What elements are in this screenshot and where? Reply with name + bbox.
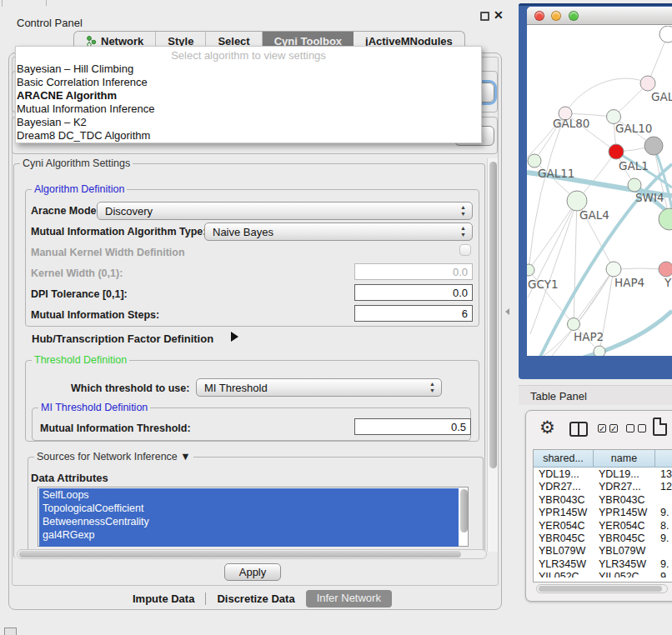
- node-label: GAL11: [538, 167, 574, 180]
- cell: 8.: [660, 520, 669, 532]
- table-panel-title: Table Panel: [530, 390, 587, 402]
- table-row[interactable]: YLR345W YLR345W 9.: [534, 558, 672, 571]
- mi-threshold-field[interactable]: 0.5: [354, 418, 471, 435]
- node-gray[interactable]: [644, 137, 663, 155]
- aracne-mode-combo[interactable]: Discovery ▲▼: [97, 202, 473, 220]
- cell: YBR043C: [599, 494, 645, 507]
- menu-item-bayesian-hill-climbing[interactable]: Bayesian – Hill Climbing: [17, 62, 475, 76]
- menu-item-mutual-information[interactable]: Mutual Information Inference: [17, 102, 475, 116]
- zoom-window-icon[interactable]: [569, 11, 579, 21]
- cell: YBR045C: [539, 532, 585, 545]
- mi-steps-field[interactable]: 6: [354, 305, 473, 322]
- manual-kernel-label: Manual Kernel Width Definition: [31, 247, 185, 258]
- settings-horizontal-scrollbar[interactable]: [17, 549, 487, 559]
- column-header-name[interactable]: name: [594, 450, 655, 468]
- mi-steps-label: Mutual Information Steps:: [31, 309, 159, 321]
- list-scrollbar[interactable]: [460, 489, 468, 532]
- manual-kernel-checkbox[interactable]: [459, 244, 471, 256]
- gear-icon[interactable]: ⚙: [539, 418, 555, 438]
- node-label: GCY1: [528, 278, 559, 291]
- node-label: GAL80: [553, 117, 589, 130]
- hub-expand-icon[interactable]: [231, 332, 238, 342]
- close-window-icon[interactable]: [534, 11, 544, 21]
- list-item[interactable]: SelfLoops: [39, 488, 459, 502]
- tab-discretize-data[interactable]: Discretize Data: [206, 591, 305, 608]
- frame-top-edge: [519, 3, 672, 6]
- menu-item-basic-correlation[interactable]: Basic Correlation Inference: [17, 76, 475, 89]
- network-canvas[interactable]: GAL GAL80 GAL10 GAL1 GAL11 SWI4 GAL4 GCY…: [527, 26, 672, 356]
- dropdown-hint: Select algorithm to view settings: [16, 49, 481, 62]
- table-row[interactable]: YPR145W YPR145W 9.: [534, 507, 672, 519]
- node-gal11[interactable]: [528, 154, 541, 168]
- table-row[interactable]: YDR27... YDR27... 12: [534, 481, 672, 493]
- settings-hscroll-thumb[interactable]: [19, 551, 461, 558]
- table-horizontal-scrollbar[interactable]: [536, 584, 668, 593]
- table-row[interactable]: YBR043C YBR043C: [534, 494, 672, 507]
- kernel-width-field[interactable]: 0.0: [354, 263, 473, 280]
- checked-checkbox-icon[interactable]: ✓: [609, 424, 618, 432]
- sources-title-text: Sources for Network Inference: [37, 451, 178, 462]
- list-item[interactable]: TopologicalCoefficient: [39, 502, 459, 515]
- splitter-collapse-icon[interactable]: [505, 308, 509, 315]
- node-green-bottom[interactable]: [594, 346, 605, 356]
- screen: Control Panel ✕ Network Style Select Cyn…: [0, 0, 672, 635]
- node-table: shared... name A YDL19... YDL19... 13 YD…: [533, 449, 672, 582]
- cell: YDL19...: [539, 468, 579, 481]
- table-panel-titlebar: Table Panel: [519, 385, 672, 405]
- node-green-right[interactable]: [659, 208, 672, 230]
- node-salmon[interactable]: [659, 262, 672, 277]
- table-row[interactable]: YBR045C YBR045C 9.: [534, 532, 672, 545]
- control-panel-title: Control Panel: [17, 17, 83, 29]
- table-row[interactable]: YIL052C YIL052C 9: [534, 571, 672, 578]
- node-label: Y: [664, 276, 672, 289]
- which-threshold-combo[interactable]: MI Threshold ▲▼: [196, 378, 442, 397]
- float-panel-icon[interactable]: [480, 12, 489, 21]
- hub-definition-label: Hub/Transcription Factor Definition: [32, 332, 213, 345]
- node-gcy1[interactable]: [527, 264, 534, 276]
- settings-vertical-scrollbar[interactable]: [487, 158, 498, 552]
- cell: 9.: [660, 558, 669, 571]
- network-window-titlebar[interactable]: [527, 7, 672, 25]
- menu-item-bayesian-k2[interactable]: Bayesian – K2: [17, 116, 475, 129]
- list-item[interactable]: gal4RGexp: [39, 528, 459, 542]
- network-window: GAL GAL80 GAL10 GAL1 GAL11 SWI4 GAL4 GCY…: [527, 7, 672, 356]
- unchecked-checkbox-icon[interactable]: [626, 424, 634, 432]
- node-unlabeled[interactable]: [659, 26, 672, 42]
- collapse-triangle-icon[interactable]: ▼: [180, 451, 190, 462]
- checked-checkbox-icon[interactable]: ✓: [598, 424, 606, 432]
- data-attributes-list[interactable]: SelfLoops TopologicalCoefficient Between…: [38, 487, 469, 547]
- menu-item-dream8[interactable]: Dream8 DC_TDC Algorithm: [17, 129, 475, 142]
- column-header-cut[interactable]: A: [655, 450, 672, 468]
- node-hap2[interactable]: [568, 318, 580, 331]
- menu-item-aracne[interactable]: ARACNE Algorithm: [17, 89, 475, 102]
- node-gal-cut[interactable]: [640, 76, 655, 91]
- close-panel-icon[interactable]: ✕: [494, 8, 504, 22]
- cell: YBL079W: [599, 545, 645, 558]
- list-item[interactable]: BetweennessCentrality: [39, 515, 459, 528]
- node-gal1-red[interactable]: [609, 144, 624, 159]
- table-hscroll-thumb[interactable]: [539, 586, 662, 592]
- mi-threshold-group-title: MI Threshold Definition: [38, 402, 150, 413]
- apply-button[interactable]: Apply: [224, 563, 281, 581]
- unchecked-checkbox-icon[interactable]: [638, 424, 646, 432]
- dpi-tolerance-field[interactable]: 0.0: [354, 284, 473, 301]
- columns-icon[interactable]: [569, 422, 588, 437]
- combo-spinner-icon: ▲▼: [460, 204, 466, 218]
- column-header-shared[interactable]: shared...: [534, 450, 594, 468]
- mi-type-combo[interactable]: Naive Bayes ▲▼: [204, 222, 473, 241]
- file-icon[interactable]: [653, 418, 667, 436]
- tab-impute-data[interactable]: Impute Data: [122, 591, 205, 608]
- table-row[interactable]: YER054C YER054C 8.: [534, 520, 672, 532]
- bottom-tabbar: Impute Data Discretize Data Infer Networ…: [122, 590, 392, 608]
- table-row[interactable]: YBL079W YBL079W: [534, 545, 672, 558]
- cell: 9.: [660, 532, 669, 545]
- minimize-window-icon[interactable]: [551, 11, 561, 21]
- collapsed-panel-icon[interactable]: [4, 628, 17, 635]
- tab-infer-network[interactable]: Infer Network: [306, 590, 392, 608]
- table-row[interactable]: YDL19... YDL19... 13: [534, 468, 672, 481]
- node-swi4[interactable]: [628, 178, 641, 192]
- cell: YER054C: [539, 520, 585, 532]
- settings-vscroll-thumb[interactable]: [489, 162, 497, 468]
- node-label: GAL10: [615, 122, 652, 135]
- node-hap4[interactable]: [606, 262, 621, 277]
